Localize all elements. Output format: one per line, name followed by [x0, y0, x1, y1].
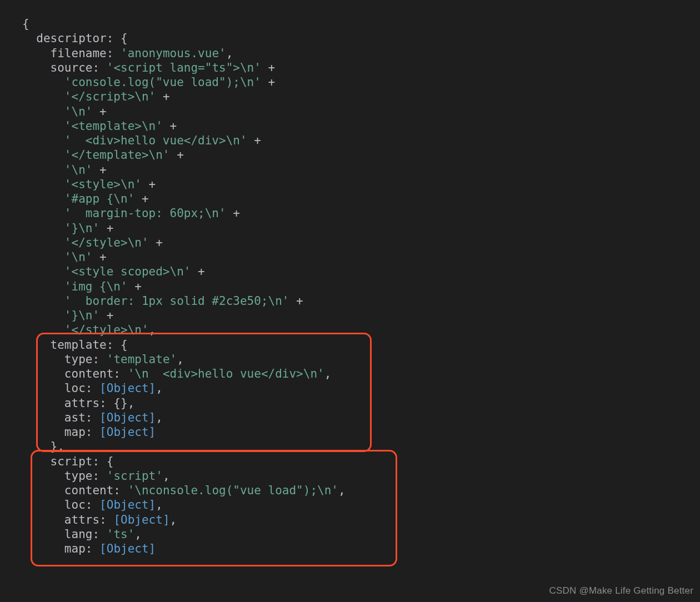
- brace-open: {: [22, 17, 29, 31]
- plus: +: [128, 280, 142, 293]
- script-loc-value: [Object]: [99, 498, 156, 511]
- plus: +: [261, 61, 275, 74]
- plus: +: [191, 265, 204, 278]
- source-line: '</style>\n': [64, 323, 149, 337]
- template-ast-value: [Object]: [99, 411, 156, 424]
- comma: ,: [156, 498, 163, 511]
- script-loc-key: loc:: [64, 498, 93, 511]
- comma: ,: [324, 367, 332, 380]
- script-attrs-key: attrs:: [64, 513, 107, 526]
- comma: ,: [128, 397, 135, 410]
- plus: +: [92, 105, 106, 118]
- template-type-value: 'template': [107, 353, 177, 366]
- source-line: 'console.log("vue load");\n': [64, 76, 261, 89]
- script-type-value: 'script': [107, 469, 163, 483]
- script-lang-value: 'ts': [107, 528, 135, 541]
- script-content-value: '\nconsole.log("vue load");\n': [128, 484, 338, 497]
- template-close: },: [51, 440, 64, 453]
- plus: +: [247, 134, 261, 147]
- plus: +: [134, 192, 148, 205]
- plus: +: [142, 178, 156, 191]
- plus: +: [92, 163, 106, 177]
- source-line: '}\n': [64, 222, 99, 235]
- source-line: ' <div>hello vue</div>\n': [64, 134, 247, 147]
- plus: +: [170, 148, 184, 162]
- template-loc-value: [Object]: [99, 382, 156, 395]
- comma: ,: [338, 484, 346, 497]
- source-line: '}\n': [64, 309, 99, 322]
- plus: +: [226, 207, 240, 220]
- source-line: '</script>\n': [64, 90, 156, 103]
- plus: +: [156, 90, 169, 103]
- descriptor-key: descriptor: {: [36, 32, 127, 45]
- comma: ,: [156, 411, 163, 424]
- comma: ,: [177, 353, 184, 366]
- plus: +: [92, 250, 106, 264]
- comma: ,: [163, 469, 170, 483]
- code-block: { descriptor: { filename: 'anonymous.vue…: [0, 0, 700, 556]
- comma: ,: [149, 323, 156, 337]
- script-map-key: map:: [64, 542, 93, 555]
- template-loc-key: loc:: [64, 382, 93, 395]
- comma: ,: [226, 47, 233, 60]
- plus: +: [149, 236, 163, 249]
- plus: +: [289, 294, 303, 308]
- script-key: script: {: [51, 455, 114, 468]
- source-line: '<style>\n': [64, 178, 142, 191]
- script-lang-key: lang:: [64, 528, 99, 541]
- source-line: '<style scoped>\n': [64, 265, 191, 278]
- source-line: '\n': [64, 163, 93, 177]
- comma: ,: [134, 528, 142, 541]
- comma: ,: [170, 513, 177, 526]
- template-map-value: [Object]: [99, 425, 156, 439]
- source-key: source:: [51, 61, 100, 74]
- filename-value: 'anonymous.vue': [121, 47, 226, 60]
- template-content-value: '\n <div>hello vue</div>\n': [128, 367, 324, 380]
- script-map-value: [Object]: [99, 542, 156, 555]
- source-line: ' margin-top: 60px;\n': [64, 207, 226, 220]
- source-line: 'img {\n': [64, 280, 128, 293]
- source-line: '<script lang="ts">\n': [107, 61, 261, 74]
- source-line: '</style>\n': [64, 236, 149, 249]
- script-type-key: type:: [64, 469, 99, 483]
- source-line: '#app {\n': [64, 192, 134, 205]
- source-line: '<template>\n': [64, 119, 163, 133]
- plus: +: [163, 119, 177, 133]
- plus: +: [261, 76, 275, 89]
- template-map-key: map:: [64, 425, 93, 439]
- watermark-text: CSDN @Make Life Getting Better: [549, 585, 693, 596]
- source-line: '\n': [64, 105, 93, 118]
- plus: +: [99, 309, 113, 322]
- source-line: ' border: 1px solid #2c3e50;\n': [64, 294, 289, 308]
- comma: ,: [156, 382, 163, 395]
- filename-key: filename:: [51, 47, 114, 60]
- source-line: '</template>\n': [64, 148, 170, 162]
- template-attrs: attrs: {}: [64, 397, 128, 410]
- template-type-key: type:: [64, 353, 99, 366]
- script-content-key: content:: [64, 484, 121, 497]
- template-ast-key: ast:: [64, 411, 93, 424]
- template-key: template: {: [51, 338, 128, 352]
- plus: +: [99, 222, 113, 235]
- script-attrs-value: [Object]: [113, 513, 169, 526]
- source-line: '\n': [64, 250, 93, 264]
- template-content-key: content:: [64, 367, 121, 380]
